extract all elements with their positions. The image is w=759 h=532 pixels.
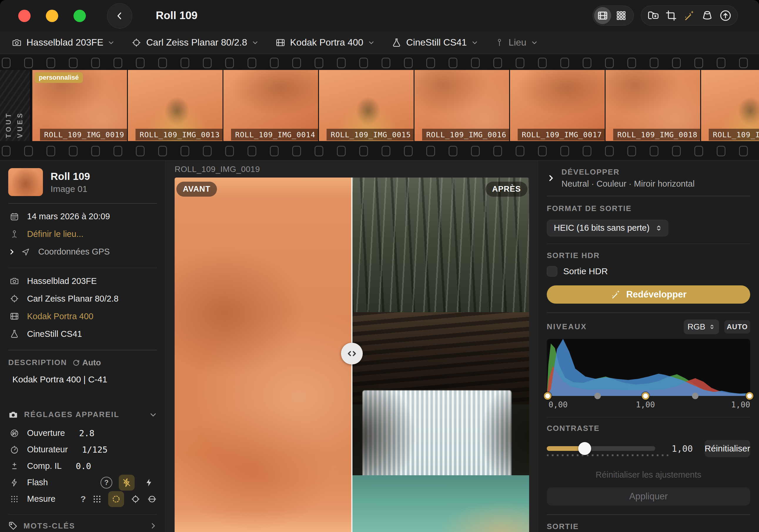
minimize-window-button[interactable] bbox=[46, 10, 58, 22]
chevron-down-icon[interactable] bbox=[149, 411, 157, 419]
thumbnail[interactable]: ROLL_109_IMG_0018 bbox=[606, 70, 700, 141]
lens-icon bbox=[131, 38, 141, 48]
flash-off-option[interactable] bbox=[119, 475, 135, 491]
export-button[interactable] bbox=[719, 9, 732, 22]
center-weighted-option[interactable] bbox=[108, 491, 124, 507]
filmstrip-view-button[interactable] bbox=[594, 7, 611, 24]
camera-dropdown[interactable]: Hasselblad 203FE bbox=[12, 37, 114, 48]
format-section-label: FORMAT DE SORTIE bbox=[547, 204, 750, 213]
chevron-right-icon[interactable] bbox=[149, 522, 157, 530]
lens-hood-icon bbox=[701, 9, 713, 22]
add-to-album-button[interactable] bbox=[647, 9, 659, 22]
level-max-label: 1,00 bbox=[731, 400, 750, 409]
thumbnail-label: ROLL_109_IMG_0015 bbox=[327, 129, 414, 140]
hdr-checkbox[interactable] bbox=[547, 266, 557, 277]
auto-enhance-button[interactable] bbox=[683, 9, 695, 22]
zoom-window-button[interactable] bbox=[73, 10, 86, 22]
before-label: AVANT bbox=[177, 182, 217, 197]
level-tick-labels: 0,00 1,00 1,00 bbox=[547, 400, 750, 412]
gps-row[interactable]: Coordonnées GPS bbox=[8, 243, 157, 261]
thumbnail[interactable]: ROLL_109_IMG_0015 bbox=[319, 70, 414, 141]
level-handle-gray[interactable] bbox=[692, 393, 699, 399]
redevelop-button[interactable]: Redévelopper bbox=[547, 285, 750, 304]
thumbnail[interactable]: ROLL_109_IMG_0013 bbox=[128, 70, 222, 141]
level-handle-gold[interactable] bbox=[544, 392, 551, 400]
level-handle-gold[interactable] bbox=[642, 392, 649, 400]
channel-select[interactable]: RGB bbox=[684, 320, 719, 334]
lens-profile-button[interactable] bbox=[701, 9, 713, 22]
navigation-arrow-icon bbox=[20, 247, 32, 256]
location-dropdown[interactable]: Lieu bbox=[495, 37, 538, 48]
compare-drag-handle[interactable] bbox=[341, 343, 363, 364]
set-location-row[interactable]: Définir le lieu... bbox=[8, 225, 157, 243]
filmstrip: TOUT VUES personnalisé ROLL_109_IMG_0019… bbox=[0, 54, 759, 161]
camera-settings-header[interactable]: RÉGLAGES APPAREIL bbox=[8, 410, 157, 420]
reset-adjustments-button[interactable]: Réinitialiser les ajustements bbox=[547, 470, 750, 480]
thumbnail[interactable]: ROLL_109_IMG_0014 bbox=[223, 70, 318, 141]
metering-label: Mesure bbox=[27, 494, 56, 504]
title-bar: Roll 109 bbox=[0, 0, 759, 31]
hdr-section-label: SORTIE HDR bbox=[547, 251, 750, 260]
develop-header[interactable]: DÉVELOPPER Neutral · Couleur · Miroir ho… bbox=[547, 168, 750, 189]
before-image bbox=[175, 177, 352, 532]
redevelop-label: Redévelopper bbox=[626, 289, 686, 300]
film-name[interactable]: Kodak Portra 400 bbox=[27, 312, 94, 321]
film-row[interactable]: Kodak Portra 400 bbox=[8, 307, 157, 325]
view-mode-segmented-control bbox=[593, 6, 634, 25]
date-row: 14 mars 2026 à 20:09 bbox=[8, 208, 157, 225]
contrast-slider[interactable] bbox=[547, 446, 655, 451]
metering-unknown-option[interactable]: ? bbox=[81, 494, 86, 504]
level-handle-gray[interactable] bbox=[594, 393, 601, 399]
thumbnail[interactable]: personnalisé ROLL_109_IMG_0019 bbox=[32, 70, 127, 141]
developer-name: CineStill CS41 bbox=[27, 329, 82, 339]
matrix-metering-option[interactable] bbox=[92, 494, 102, 504]
camera-icon bbox=[12, 38, 22, 48]
thumbnail-label: ROLL_109_IMG_0014 bbox=[231, 129, 318, 140]
develop-header-label: DÉVELOPPER bbox=[561, 168, 695, 177]
apply-button[interactable]: Appliquer bbox=[547, 487, 750, 506]
close-window-button[interactable] bbox=[18, 10, 30, 22]
thumbnail[interactable]: ROLL_109_IMG_0016 bbox=[415, 70, 509, 141]
pin-icon bbox=[495, 38, 504, 47]
chevron-down-icon bbox=[368, 39, 375, 46]
contrast-reset-button[interactable]: Réinitialiser bbox=[704, 440, 750, 457]
grid-view-button[interactable] bbox=[611, 6, 631, 25]
level-handle-gold[interactable] bbox=[746, 392, 753, 400]
chevron-down-icon bbox=[531, 39, 538, 46]
divider bbox=[8, 268, 157, 268]
flash-help-button[interactable]: ? bbox=[100, 477, 112, 488]
lens-name: Carl Zeiss Planar 80/2.8 bbox=[27, 294, 118, 304]
thumbnail-row: personnalisé ROLL_109_IMG_0019 ROLL_109_… bbox=[32, 70, 759, 141]
camera-name: Hasselblad 203FE bbox=[27, 276, 97, 286]
all-views-tab[interactable]: TOUT VUES bbox=[0, 70, 30, 141]
flash-on-option[interactable] bbox=[141, 475, 157, 491]
roll-thumbnail[interactable] bbox=[8, 168, 43, 196]
shutter-row: Obturateur 1/125 bbox=[8, 441, 157, 458]
back-button[interactable] bbox=[107, 3, 132, 28]
before-after-comparison: AVANT APRÈS bbox=[175, 177, 529, 532]
set-location-link[interactable]: Définir le lieu... bbox=[27, 229, 84, 239]
average-metering-option[interactable] bbox=[147, 494, 157, 504]
contrast-thumb[interactable] bbox=[578, 442, 591, 455]
auto-label: Auto bbox=[82, 358, 101, 367]
description-header: DESCRIPTION bbox=[8, 358, 67, 367]
format-select[interactable]: HEIC (16 bits sans perte) bbox=[547, 219, 668, 237]
chevron-right-icon bbox=[547, 174, 555, 182]
thumbnail[interactable]: ROLL_109_IMG_0017 bbox=[510, 70, 605, 141]
levels-auto-button[interactable]: AUTO bbox=[724, 320, 750, 334]
refresh-icon bbox=[72, 359, 80, 366]
develop-subtitle: Neutral · Couleur · Miroir horizontal bbox=[561, 179, 695, 189]
film-dropdown[interactable]: Kodak Portra 400 bbox=[275, 37, 375, 48]
dotted-circle-icon bbox=[111, 494, 121, 504]
chevron-down-icon bbox=[252, 39, 259, 46]
level-mid-label: 1,00 bbox=[636, 400, 655, 409]
description-auto-toggle[interactable]: Auto bbox=[72, 358, 101, 367]
thumbnail-label: ROLL_109_IMG_0013 bbox=[136, 129, 222, 140]
keywords-header[interactable]: MOTS-CLÉS bbox=[8, 521, 157, 531]
spot-metering-option[interactable] bbox=[131, 494, 140, 504]
thumbnail[interactable]: ROLL_109_IMG_00 bbox=[701, 70, 759, 141]
developer-dropdown[interactable]: CineStill CS41 bbox=[391, 37, 478, 48]
level-min-label: 0,00 bbox=[548, 400, 568, 409]
lens-dropdown[interactable]: Carl Zeiss Planar 80/2.8 bbox=[131, 37, 258, 48]
crop-button[interactable] bbox=[665, 10, 677, 21]
